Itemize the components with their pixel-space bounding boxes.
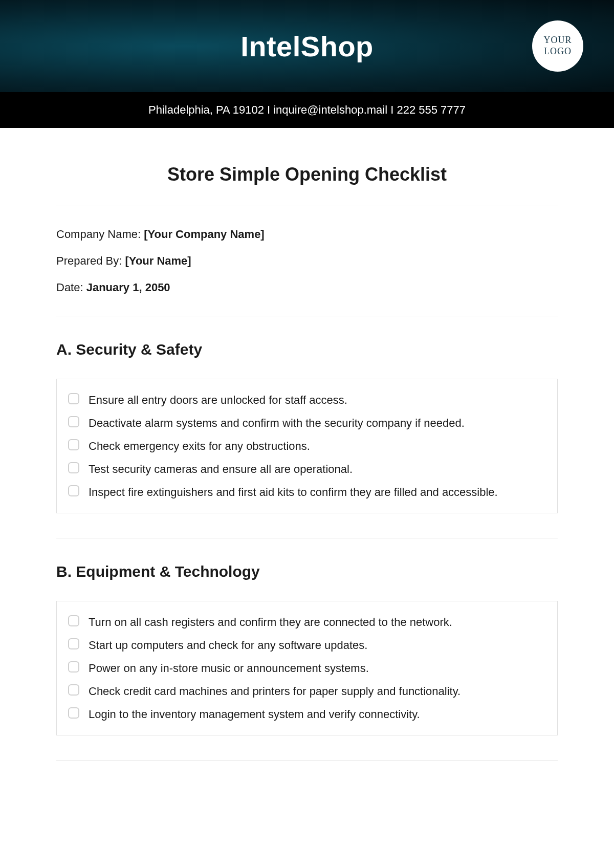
logo-placeholder: YOUR LOGO <box>532 20 583 72</box>
checklist-text: Check emergency exits for any obstructio… <box>89 438 310 454</box>
checklist-item: Check credit card machines and printers … <box>68 680 546 703</box>
checkbox-icon[interactable] <box>68 393 79 404</box>
meta-prepared: Prepared By: [Your Name] <box>56 254 558 268</box>
checklist-item: Start up computers and check for any sof… <box>68 634 546 657</box>
checklist-text: Turn on all cash registers and confirm t… <box>89 614 452 631</box>
checklist-item: Inspect fire extinguishers and first aid… <box>68 481 546 504</box>
checkbox-icon[interactable] <box>68 615 79 626</box>
meta-label: Company Name: <box>56 228 144 241</box>
section-equipment: B. Equipment & Technology Turn on all ca… <box>56 538 558 735</box>
checklist-text: Power on any in-store music or announcem… <box>89 660 369 677</box>
checkbox-icon[interactable] <box>68 661 79 672</box>
header-banner: IntelShop YOUR LOGO <box>0 0 614 92</box>
divider <box>56 760 558 761</box>
checklist-item: Power on any in-store music or announcem… <box>68 657 546 680</box>
document-title: Store Simple Opening Checklist <box>56 164 558 185</box>
checkbox-icon[interactable] <box>68 462 79 473</box>
section-security: A. Security & Safety Ensure all entry do… <box>56 316 558 513</box>
checkbox-icon[interactable] <box>68 416 79 427</box>
meta-date: Date: January 1, 2050 <box>56 281 558 294</box>
checklist-item: Test security cameras and ensure all are… <box>68 458 546 481</box>
checkbox-icon[interactable] <box>68 485 79 496</box>
checklist-text: Start up computers and check for any sof… <box>89 637 367 654</box>
checklist-box: Turn on all cash registers and confirm t… <box>56 601 558 735</box>
meta-value: [Your Name] <box>125 254 191 267</box>
checklist-text: Check credit card machines and printers … <box>89 683 461 700</box>
checklist-item: Ensure all entry doors are unlocked for … <box>68 388 546 411</box>
checkbox-icon[interactable] <box>68 638 79 649</box>
checklist-item: Deactivate alarm systems and confirm wit… <box>68 411 546 435</box>
meta-value: January 1, 2050 <box>86 281 170 294</box>
meta-value: [Your Company Name] <box>144 228 265 241</box>
section-title: B. Equipment & Technology <box>56 563 558 580</box>
brand-title: IntelShop <box>240 30 374 63</box>
checklist-text: Deactivate alarm systems and confirm wit… <box>89 415 465 431</box>
checklist-text: Login to the inventory management system… <box>89 706 420 723</box>
meta-label: Prepared By: <box>56 254 125 267</box>
checklist-text: Ensure all entry doors are unlocked for … <box>89 392 347 408</box>
checkbox-icon[interactable] <box>68 707 79 719</box>
meta-block: Company Name: [Your Company Name] Prepar… <box>56 206 558 316</box>
contact-bar: Philadelphia, PA 19102 I inquire@intelsh… <box>0 92 614 128</box>
checkbox-icon[interactable] <box>68 439 79 450</box>
meta-label: Date: <box>56 281 86 294</box>
checklist-text: Inspect fire extinguishers and first aid… <box>89 484 498 501</box>
section-title: A. Security & Safety <box>56 341 558 358</box>
checklist-text: Test security cameras and ensure all are… <box>89 461 353 478</box>
checklist-item: Login to the inventory management system… <box>68 703 546 726</box>
checklist-box: Ensure all entry doors are unlocked for … <box>56 379 558 513</box>
document-content: Store Simple Opening Checklist Company N… <box>0 128 614 791</box>
checkbox-icon[interactable] <box>68 684 79 696</box>
meta-company: Company Name: [Your Company Name] <box>56 228 558 241</box>
checklist-item: Check emergency exits for any obstructio… <box>68 435 546 458</box>
checklist-item: Turn on all cash registers and confirm t… <box>68 611 546 634</box>
